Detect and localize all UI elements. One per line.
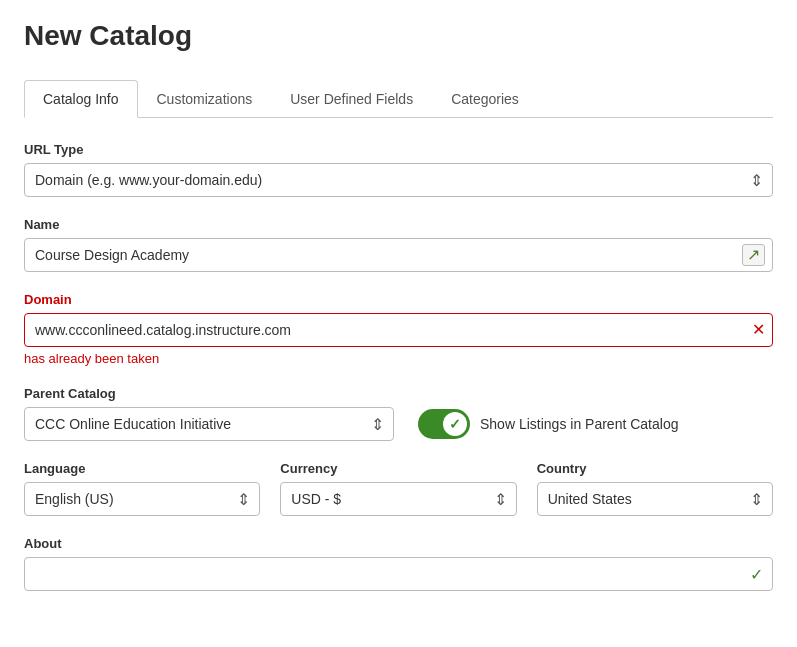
show-listings-label: Show Listings in Parent Catalog: [480, 416, 678, 432]
domain-input-wrapper: ✕: [24, 313, 773, 347]
tab-catalog-info[interactable]: Catalog Info: [24, 80, 138, 118]
about-group: About ✓: [24, 536, 773, 591]
domain-error-message: has already been taken: [24, 351, 773, 366]
url-type-select[interactable]: Domain (e.g. www.your-domain.edu) Subdom…: [24, 163, 773, 197]
language-group: Language English (US) Spanish French Ger…: [24, 461, 260, 516]
locale-row: Language English (US) Spanish French Ger…: [24, 461, 773, 516]
domain-clear-button[interactable]: ✕: [752, 322, 765, 338]
language-select[interactable]: English (US) Spanish French German: [24, 482, 260, 516]
name-input-wrapper: ↗: [24, 238, 773, 272]
toggle-thumb: ✓: [443, 412, 467, 436]
country-select-wrapper: United States Canada United Kingdom Aust…: [537, 482, 773, 516]
language-label: Language: [24, 461, 260, 476]
toggle-check-icon: ✓: [449, 416, 461, 432]
language-select-wrapper: English (US) Spanish French German ⇕: [24, 482, 260, 516]
currency-select-wrapper: USD - $ EUR - € GBP - £ ⇕: [280, 482, 516, 516]
tab-categories[interactable]: Categories: [432, 80, 538, 118]
country-label: Country: [537, 461, 773, 476]
toggle-track: ✓: [418, 409, 470, 439]
domain-input[interactable]: [24, 313, 773, 347]
show-listings-toggle[interactable]: ✓: [418, 409, 470, 439]
currency-group: Currency USD - $ EUR - € GBP - £ ⇕: [280, 461, 516, 516]
currency-select[interactable]: USD - $ EUR - € GBP - £: [280, 482, 516, 516]
name-group: Name ↗: [24, 217, 773, 272]
tab-user-defined-fields[interactable]: User Defined Fields: [271, 80, 432, 118]
country-group: Country United States Canada United King…: [537, 461, 773, 516]
about-label: About: [24, 536, 773, 551]
tabs-bar: Catalog Info Customizations User Defined…: [24, 80, 773, 118]
about-check-icon: ✓: [750, 565, 763, 584]
country-select[interactable]: United States Canada United Kingdom Aust…: [537, 482, 773, 516]
about-input[interactable]: [24, 557, 773, 591]
currency-label: Currency: [280, 461, 516, 476]
tab-customizations[interactable]: Customizations: [138, 80, 272, 118]
parent-catalog-group: Parent Catalog CCC Online Education Init…: [24, 386, 773, 441]
domain-label: Domain: [24, 292, 773, 307]
url-type-label: URL Type: [24, 142, 773, 157]
name-label: Name: [24, 217, 773, 232]
domain-group: Domain ✕ has already been taken: [24, 292, 773, 366]
parent-catalog-label: Parent Catalog: [24, 386, 773, 401]
parent-catalog-select[interactable]: CCC Online Education Initiative None: [24, 407, 394, 441]
about-input-wrapper: ✓: [24, 557, 773, 591]
show-listings-group: ✓ Show Listings in Parent Catalog: [418, 409, 678, 439]
name-input[interactable]: [24, 238, 773, 272]
url-type-group: URL Type Domain (e.g. www.your-domain.ed…: [24, 142, 773, 197]
name-action-icon[interactable]: ↗: [742, 244, 765, 266]
page-title: New Catalog: [24, 20, 773, 52]
parent-catalog-select-wrapper: CCC Online Education Initiative None ⇕: [24, 407, 394, 441]
parent-catalog-row: CCC Online Education Initiative None ⇕ ✓…: [24, 407, 773, 441]
url-type-select-wrapper: Domain (e.g. www.your-domain.edu) Subdom…: [24, 163, 773, 197]
